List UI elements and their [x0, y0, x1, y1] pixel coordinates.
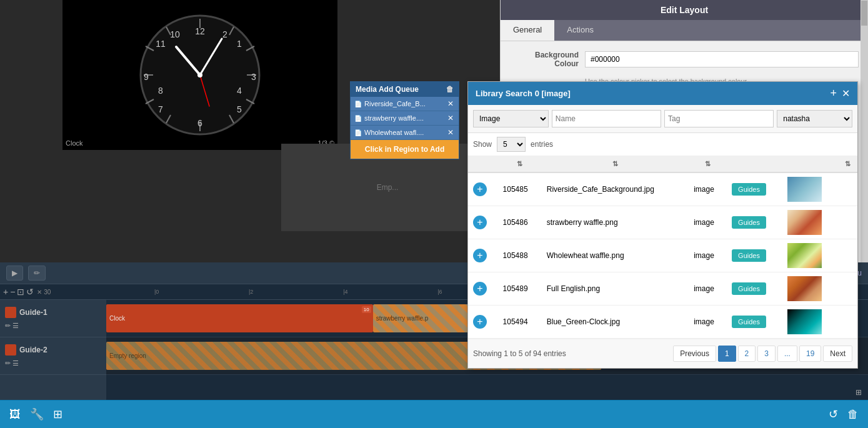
trash-icon[interactable]: 🗑: [446, 85, 454, 94]
track-2-label: Guide-2 ✏ ☰: [0, 337, 106, 375]
col-type[interactable]: ⇅: [689, 156, 727, 172]
row-4-type: image: [689, 272, 727, 306]
library-footer: Showing 1 to 5 of 94 entries Previous 1 …: [468, 339, 857, 368]
clock-svg: 12 1 3 5 6 7 9 11 2 4 8 10: [137, 12, 262, 137]
click-in-region-button[interactable]: Click in Region to Add: [351, 140, 459, 159]
col-sort[interactable]: ⇅: [838, 156, 857, 172]
track-1-edit-button[interactable]: ✏: [5, 322, 11, 330]
col-name[interactable]: ⇅: [542, 156, 689, 172]
tab-general[interactable]: General: [501, 20, 554, 41]
row-3-guides-button[interactable]: Guides: [732, 249, 766, 262]
empty-block-label: Empty region: [109, 352, 146, 359]
queue-item-3-close[interactable]: ✕: [446, 128, 455, 137]
edit-button[interactable]: ✏: [28, 266, 46, 281]
show-entries-row: Show 5 10 25 entries: [468, 133, 857, 156]
row-1-name: Riverside_Cafe_Background.jpg: [542, 172, 689, 206]
library-name-filter[interactable]: [552, 110, 661, 127]
tab-actions[interactable]: Actions: [554, 20, 606, 41]
page-19-button[interactable]: 19: [799, 346, 821, 362]
col-thumb: [782, 156, 838, 172]
row-5-type: image: [689, 306, 727, 339]
layout-icon[interactable]: 🖼: [9, 408, 21, 421]
svg-text:5: 5: [237, 104, 242, 114]
clock-block-label: Clock: [109, 315, 125, 322]
grid-icon[interactable]: ⊞: [53, 407, 62, 421]
row-2-id: 105486: [498, 206, 542, 239]
add-item-2-button[interactable]: +: [473, 216, 487, 229]
queue-item-1-close[interactable]: ✕: [446, 99, 455, 108]
track-1-list-button[interactable]: ☰: [12, 322, 19, 330]
svg-text:10: 10: [170, 29, 180, 39]
page-2-button[interactable]: 2: [738, 346, 756, 362]
library-tag-filter[interactable]: [664, 110, 774, 127]
library-add-button[interactable]: +: [830, 87, 837, 100]
library-close-button[interactable]: ✕: [842, 87, 850, 100]
scroll-handle[interactable]: ⊞: [856, 388, 862, 397]
waffle-block-label: strawberry waffle.p: [376, 315, 429, 322]
next-button[interactable]: Next: [823, 346, 852, 362]
queue-item-2-close[interactable]: ✕: [446, 114, 455, 122]
row-5-name: Blue_Green-Clock.jpg: [542, 306, 689, 339]
pagination-info: Showing 1 to 5 of 94 entries: [473, 349, 566, 358]
library-dialog-header-actions: + ✕: [830, 87, 850, 100]
row-3-thumb: [787, 243, 822, 268]
queue-item-3-text: Wholewheat wafl....: [364, 129, 446, 136]
show-label: Show: [473, 140, 492, 149]
background-color-input[interactable]: [585, 51, 859, 67]
add-item-1-button[interactable]: +: [473, 182, 487, 196]
file-icon-3: 📄: [354, 129, 362, 136]
track-2-name: Guide-2: [19, 346, 47, 354]
svg-text:9: 9: [144, 72, 149, 82]
track-1-block-clock[interactable]: Clock 10: [106, 304, 373, 332]
track-2-actions: ✏ ☰: [5, 359, 47, 367]
undo-icon[interactable]: ↺: [829, 407, 838, 421]
row-2-guides-button[interactable]: Guides: [732, 216, 766, 229]
add-item-4-button[interactable]: +: [473, 282, 487, 296]
clock-block-badge: 10: [362, 306, 371, 313]
zoom-out-button[interactable]: −: [10, 287, 15, 297]
library-user-filter[interactable]: natasha: [777, 110, 852, 127]
play-button[interactable]: ▶: [6, 266, 23, 281]
zoom-fit-button[interactable]: ⊡: [17, 287, 24, 297]
table-row: + 105488 Wholewheat waffle.png image Gui…: [468, 239, 857, 272]
show-entries-select[interactable]: 5 10 25: [497, 137, 526, 152]
row-1-guides-button[interactable]: Guides: [732, 183, 766, 196]
zoom-reset-button[interactable]: ↺: [26, 287, 34, 297]
library-dialog-title: Library Search 0 [image]: [476, 89, 571, 98]
row-4-guides-button[interactable]: Guides: [732, 282, 766, 295]
background-color-row: Background Colour: [510, 51, 859, 68]
entries-label: entries: [531, 140, 553, 149]
page-3-button[interactable]: 3: [757, 346, 776, 362]
page-ellipsis: ...: [777, 346, 797, 362]
add-item-5-button[interactable]: +: [473, 315, 487, 329]
row-5-guides-button[interactable]: Guides: [732, 316, 766, 328]
clock-label: Clock: [66, 139, 83, 147]
tick-count: ✕ 30: [37, 289, 51, 296]
page-1-button[interactable]: 1: [718, 346, 736, 362]
queue-item-1-text: Riverside_Cafe_B...: [364, 100, 446, 107]
timeline-labels: + − ⊡ ↺ ✕ 30 Guide-1 ✏: [0, 284, 106, 400]
add-item-3-button[interactable]: +: [473, 249, 487, 262]
track-1-color: [5, 307, 16, 318]
row-5-id: 105494: [498, 306, 542, 339]
track-2-list-button[interactable]: ☰: [12, 359, 19, 367]
col-id[interactable]: ⇅: [498, 156, 542, 172]
file-icon-1: 📄: [354, 101, 362, 107]
svg-text:4: 4: [237, 86, 242, 96]
media-queue: Media Add Queue 🗑 📄 Riverside_Cafe_B... …: [350, 81, 459, 159]
row-4-name: Full English.png: [542, 272, 689, 306]
svg-text:7: 7: [158, 104, 163, 114]
track-1-name: Guide-1: [19, 308, 47, 317]
svg-text:2: 2: [222, 29, 227, 39]
library-type-filter[interactable]: Image: [473, 110, 549, 127]
library-dialog-header: Library Search 0 [image] + ✕: [468, 82, 857, 105]
zoom-in-button[interactable]: +: [3, 287, 8, 297]
scrollbar-thumb[interactable]: [861, 1, 867, 26]
table-row: + 105486 strawberry waffle.png image Gui…: [468, 206, 857, 239]
track-2-edit-button[interactable]: ✏: [5, 359, 11, 367]
delete-icon[interactable]: 🗑: [847, 408, 859, 421]
previous-button[interactable]: Previous: [673, 346, 716, 362]
status-bar: 🖼 🔧 ⊞ ↺ 🗑: [0, 400, 868, 428]
right-panel-scrollbar[interactable]: [861, 0, 868, 262]
tools-icon[interactable]: 🔧: [30, 407, 44, 421]
